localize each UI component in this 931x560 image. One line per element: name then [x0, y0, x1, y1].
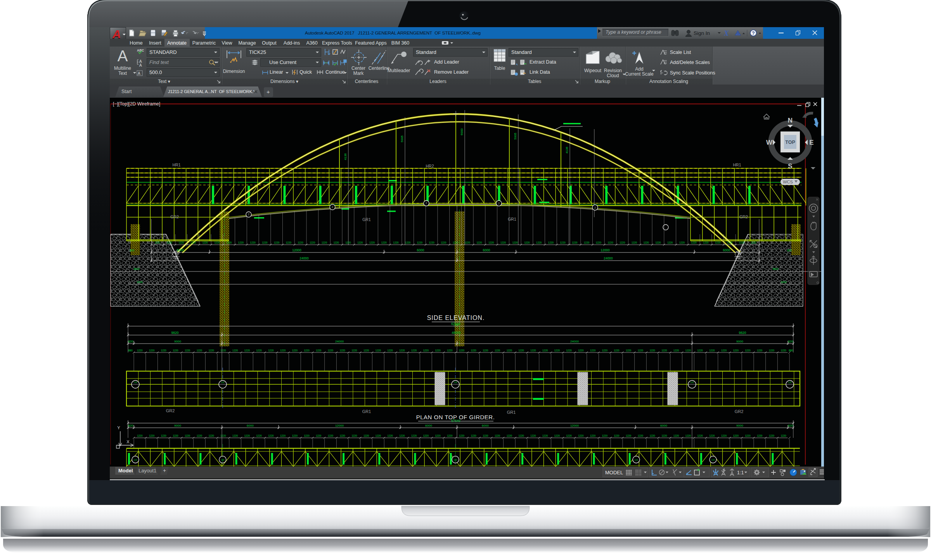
svg-text:6000: 6000: [417, 248, 424, 252]
svg-text:1220: 1220: [357, 241, 363, 244]
svg-text:1220: 1220: [232, 349, 238, 352]
svg-text:1220: 1220: [256, 434, 262, 437]
svg-text:?: ?: [752, 31, 755, 36]
svg-text:1220: 1220: [769, 349, 775, 352]
svg-text:4136: 4136: [344, 153, 347, 160]
svg-text:1220: 1220: [137, 349, 143, 352]
svg-text:12000: 12000: [292, 248, 301, 252]
svg-text:1220: 1220: [244, 349, 250, 352]
svg-text:1220: 1220: [316, 349, 322, 352]
svg-text:1220: 1220: [286, 241, 292, 244]
svg-text:HR1: HR1: [172, 162, 180, 167]
svg-text:1220: 1220: [638, 349, 644, 352]
svg-text:820: 820: [130, 249, 134, 252]
svg-text:1220: 1220: [566, 349, 572, 352]
svg-text:1220: 1220: [512, 241, 518, 244]
svg-text:820: 820: [128, 340, 133, 343]
svg-text:1220: 1220: [524, 241, 530, 244]
svg-text:1220: 1220: [209, 349, 215, 352]
svg-text:820: 820: [128, 424, 133, 427]
svg-text:1220: 1220: [709, 434, 715, 437]
svg-text:1220: 1220: [614, 349, 620, 352]
svg-text:2: 2: [426, 202, 427, 204]
svg-text:1220: 1220: [137, 434, 143, 437]
svg-text:1220: 1220: [548, 241, 554, 244]
svg-text:1220: 1220: [178, 241, 184, 244]
svg-text:1220: 1220: [560, 241, 566, 244]
svg-text:9000: 9000: [174, 340, 181, 343]
svg-text:6000: 6000: [660, 424, 667, 427]
svg-text:1220: 1220: [644, 241, 649, 244]
svg-text:1220: 1220: [578, 349, 584, 352]
svg-text:HR2: HR2: [426, 164, 434, 168]
svg-text:1220: 1220: [483, 349, 488, 352]
svg-text:1220: 1220: [173, 434, 178, 437]
svg-text:1220: 1220: [441, 241, 446, 244]
svg-text:1220: 1220: [607, 241, 613, 244]
svg-text:1220: 1220: [667, 241, 673, 244]
svg-text:2: 2: [248, 213, 249, 216]
svg-text:1220: 1220: [334, 241, 339, 244]
svg-text:1220: 1220: [393, 241, 399, 244]
svg-text:1220: 1220: [673, 434, 679, 437]
svg-text:1220: 1220: [471, 349, 477, 352]
svg-text:24000: 24000: [299, 256, 309, 260]
svg-text:1220: 1220: [697, 349, 703, 352]
svg-text:2: 2: [332, 206, 333, 208]
svg-text:1220: 1220: [596, 241, 602, 244]
svg-text:1220: 1220: [727, 241, 733, 244]
svg-text:1220: 1220: [602, 434, 608, 437]
svg-text:24000: 24000: [335, 340, 344, 343]
svg-text:6000: 6000: [723, 248, 730, 252]
svg-text:TOP: TOP: [785, 140, 795, 145]
svg-text:1220: 1220: [554, 434, 560, 437]
svg-text:1220: 1220: [262, 241, 268, 244]
svg-text:1220: 1220: [256, 349, 262, 352]
svg-text:1220: 1220: [447, 349, 453, 352]
svg-text:24000: 24000: [570, 340, 579, 343]
svg-text:1220: 1220: [298, 241, 304, 244]
svg-text:9000: 9000: [736, 424, 743, 427]
svg-text:1220: 1220: [614, 434, 620, 437]
svg-text:1220: 1220: [226, 241, 232, 244]
svg-text:E: E: [809, 139, 813, 146]
svg-text:1220: 1220: [781, 434, 787, 437]
svg-text:A: A: [139, 63, 142, 67]
svg-text:820: 820: [787, 249, 792, 252]
svg-text:880: 880: [789, 349, 793, 352]
svg-text:1220: 1220: [685, 349, 691, 352]
svg-text:1220: 1220: [322, 241, 327, 244]
svg-text:1220: 1220: [507, 434, 512, 437]
svg-text:X: X: [126, 439, 130, 444]
svg-text:1220: 1220: [703, 241, 709, 244]
svg-text:1220: 1220: [417, 241, 423, 244]
svg-text:1220: 1220: [500, 241, 506, 244]
svg-text:1220: 1220: [465, 241, 471, 244]
svg-text:12000: 12000: [570, 424, 579, 427]
svg-text:6000: 6000: [247, 424, 254, 427]
svg-text:1220: 1220: [453, 241, 459, 244]
svg-text:GR2: GR2: [166, 408, 175, 413]
svg-text:1220: 1220: [345, 241, 351, 244]
svg-text:GR: GR: [635, 459, 639, 461]
svg-text:6000: 6000: [460, 128, 464, 135]
svg-text:1220: 1220: [185, 434, 190, 437]
svg-text:1220: 1220: [447, 434, 453, 437]
svg-text:1220: 1220: [650, 349, 656, 352]
svg-text:[−][Top][2D Wireframe]: [−][Top][2D Wireframe]: [113, 101, 160, 107]
svg-text:1220: 1220: [733, 349, 739, 352]
svg-text:1220: 1220: [166, 241, 172, 244]
svg-text:GR: GR: [134, 381, 138, 384]
svg-text:1220: 1220: [709, 349, 715, 352]
svg-text:1220: 1220: [423, 349, 429, 352]
svg-text:1220: 1220: [310, 241, 315, 244]
svg-text:1220: 1220: [280, 349, 286, 352]
svg-text:1220: 1220: [280, 434, 286, 437]
svg-text:1220: 1220: [238, 241, 244, 244]
svg-text:1220: 1220: [697, 434, 703, 437]
svg-text:9820: 9820: [171, 331, 179, 335]
svg-text:9000: 9000: [174, 424, 181, 427]
svg-text:1220: 1220: [316, 434, 322, 437]
svg-text:1220: 1220: [340, 349, 346, 352]
svg-text:1220: 1220: [340, 434, 346, 437]
